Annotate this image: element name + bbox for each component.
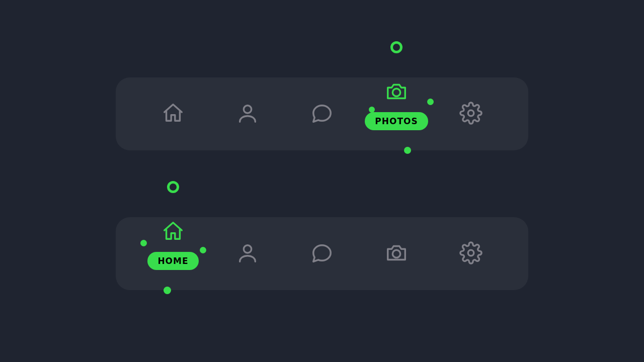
camera-icon	[385, 80, 408, 105]
user-icon	[236, 102, 259, 127]
particle-dot	[404, 147, 411, 154]
nav-item-home[interactable]: HOME	[143, 77, 203, 150]
svg-point-5	[468, 250, 474, 256]
particle-dot	[200, 247, 206, 253]
comment-icon	[310, 241, 334, 266]
svg-point-0	[244, 105, 251, 113]
nav-item-comment[interactable]: CHAT	[292, 77, 352, 150]
home-icon	[162, 102, 185, 127]
nav-label: HOME	[147, 252, 198, 270]
navbar-1: HOME USER CHAT PHOTOS SETTINGS	[116, 77, 528, 150]
navbar-2: HOME USER CHAT PHOTOS SETTINGS	[116, 217, 528, 290]
svg-point-2	[468, 110, 474, 116]
nav-item-comment[interactable]: CHAT	[292, 217, 352, 290]
nav-item-home[interactable]: HOME	[143, 208, 203, 281]
gear-icon	[459, 241, 482, 266]
home-icon	[162, 220, 185, 245]
nav-item-camera[interactable]: PHOTOS	[366, 68, 427, 141]
particle-dot	[427, 99, 434, 105]
particle-dot	[369, 107, 375, 113]
nav-item-settings[interactable]: SETTINGS	[441, 77, 501, 150]
svg-point-3	[244, 245, 251, 252]
nav-label: PHOTOS	[365, 112, 428, 130]
nav-item-camera[interactable]: PHOTOS	[366, 217, 427, 290]
nav-item-user[interactable]: USER	[217, 217, 278, 290]
ring-indicator	[167, 181, 179, 193]
svg-point-1	[392, 88, 400, 96]
nav-item-user[interactable]: USER	[217, 77, 278, 150]
user-icon	[236, 241, 259, 266]
svg-point-4	[392, 250, 400, 257]
ring-indicator	[390, 41, 403, 53]
comment-icon	[310, 102, 334, 127]
nav-item-settings[interactable]: SETTINGS	[441, 217, 501, 290]
camera-icon	[385, 241, 408, 266]
particle-dot	[164, 287, 171, 294]
gear-icon	[459, 102, 482, 127]
particle-dot	[140, 240, 147, 246]
